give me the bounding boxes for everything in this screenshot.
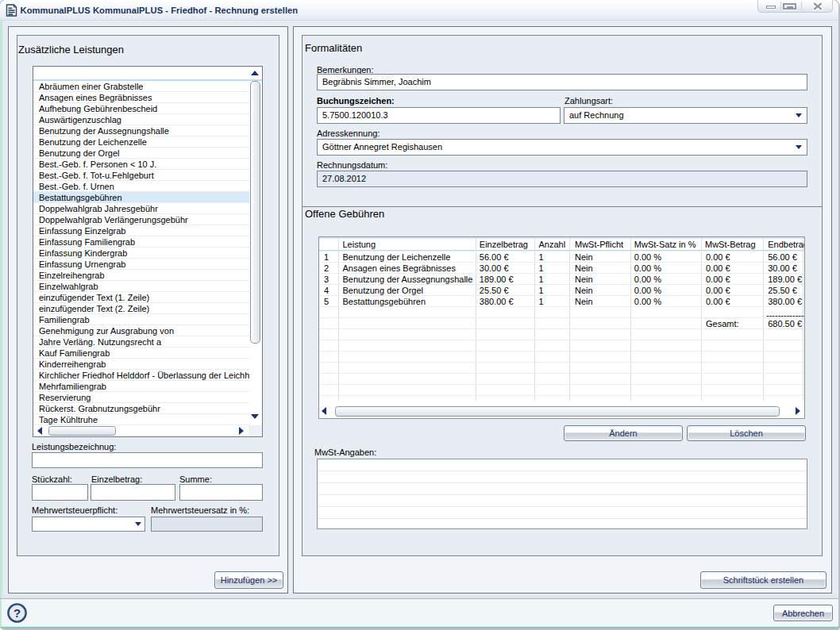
svg-text:?: ?	[13, 606, 21, 620]
